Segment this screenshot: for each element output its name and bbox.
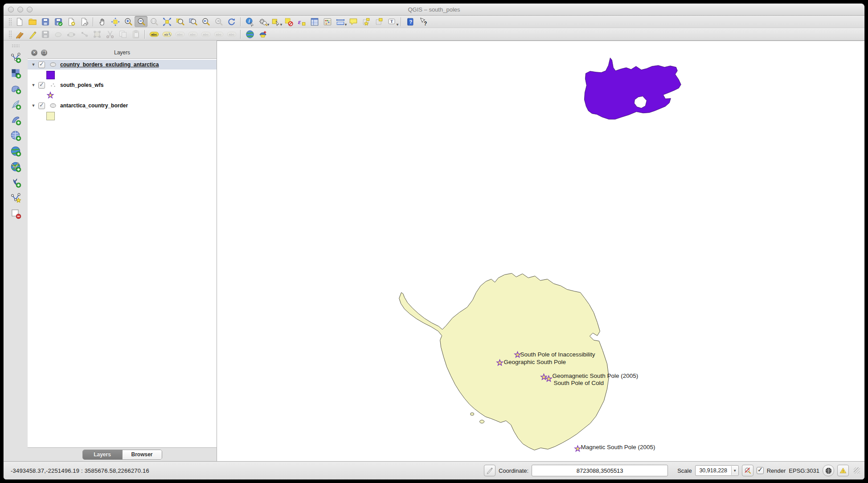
pin-labels-button[interactable]: abc	[199, 29, 212, 40]
new-shapefile-layer-button[interactable]	[8, 191, 23, 205]
add-spatialite-layer-button[interactable]	[8, 98, 23, 111]
coordinate-input[interactable]	[532, 465, 668, 476]
world-globe-plugin-button[interactable]	[243, 29, 256, 40]
zoom-to-layer-button[interactable]	[186, 16, 199, 27]
layer-visibility-checkbox[interactable]	[38, 102, 45, 109]
new-project-button[interactable]	[13, 16, 26, 27]
deselect-all-button[interactable]	[282, 16, 295, 27]
paste-features-button[interactable]	[129, 29, 142, 40]
rotate-label-button[interactable]: abc	[173, 29, 186, 40]
messages-button[interactable]: !	[837, 465, 849, 476]
pan-to-selection-button[interactable]	[109, 16, 122, 27]
new-print-composer-button[interactable]	[65, 16, 78, 27]
select-features-menu-button[interactable]: ▼	[256, 16, 269, 27]
add-vector-layer-button[interactable]	[8, 51, 23, 64]
dropdown-arrow-icon[interactable]: ▼	[396, 23, 399, 27]
expand-triangle-icon[interactable]: ▼	[30, 62, 37, 67]
add-delimited-text-layer-button[interactable]	[8, 176, 23, 189]
toggle-extents-button[interactable]	[484, 465, 495, 476]
text-annotation-button[interactable]: T▼	[385, 16, 398, 27]
zoom-out-button[interactable]	[135, 16, 147, 27]
layer-labeling-button[interactable]: abc	[147, 29, 160, 40]
move-feature-button[interactable]	[78, 29, 90, 40]
map-feature-label: South Pole of Inaccessibility	[520, 351, 595, 358]
scale-combo[interactable]: 30,918,228 ▼	[695, 465, 739, 476]
zoom-last-button[interactable]	[199, 16, 212, 27]
add-wcs-layer-button[interactable]	[8, 144, 23, 158]
node-tool-button[interactable]	[90, 29, 103, 40]
render-checkbox[interactable]	[757, 467, 764, 474]
highlight-labels-button[interactable]: abc	[212, 29, 225, 40]
layer-visibility-checkbox[interactable]	[38, 61, 45, 68]
expand-triangle-icon[interactable]: ▼	[30, 103, 37, 108]
zoom-to-selection-icon	[175, 17, 185, 27]
current-edits-button[interactable]	[13, 29, 26, 40]
layer-row[interactable]: ▼south_poles_wfs	[28, 80, 217, 90]
refresh-map-icon	[227, 17, 237, 27]
svg-text:1:1: 1:1	[151, 20, 156, 22]
add-wfs-layer-button[interactable]	[8, 160, 23, 173]
open-project-button[interactable]	[26, 16, 39, 27]
stop-render-button[interactable]	[742, 465, 753, 476]
whats-this-button[interactable]: ?	[417, 16, 430, 27]
new-bookmark-button[interactable]	[360, 16, 373, 27]
pan-map-button[interactable]	[96, 16, 109, 27]
layer-row[interactable]: ▼country_borders_excluding_antarctica	[28, 60, 217, 70]
zoom-next-button[interactable]	[212, 16, 225, 27]
tab-browser[interactable]: Browser	[122, 450, 162, 459]
zoom-button[interactable]	[27, 7, 33, 12]
layer-row[interactable]: ▼antarctica_country_border	[28, 101, 217, 111]
toolbar-grip[interactable]	[8, 18, 12, 26]
measure-line-button[interactable]: ▼	[334, 16, 347, 27]
remove-layer-button[interactable]	[8, 207, 23, 220]
zoom-in-button[interactable]	[122, 16, 135, 27]
toolbar-grip[interactable]	[8, 30, 12, 38]
label-properties-button[interactable]: abc	[225, 29, 238, 40]
show-bookmarks-button[interactable]	[373, 16, 385, 27]
minimize-button[interactable]	[17, 7, 23, 12]
layers-panel-title: Layers	[28, 49, 217, 56]
map-tips-button[interactable]	[347, 16, 360, 27]
layer-label: country_borders_excluding_antarctica	[60, 61, 159, 68]
field-calculator-button[interactable]	[321, 16, 334, 27]
add-wms-layer-button[interactable]	[8, 129, 23, 142]
save-project-as-button[interactable]	[52, 16, 65, 27]
add-raster-layer-button[interactable]	[8, 66, 23, 80]
map-canvas[interactable]: South Pole of InaccessibilityGeographic …	[217, 41, 864, 461]
svg-text:T: T	[390, 19, 393, 24]
map-feature-label: Magnetic South Pole (2005)	[581, 444, 655, 450]
resize-grip[interactable]	[854, 467, 860, 474]
toolbar-grip[interactable]	[12, 44, 20, 47]
identify-features-button[interactable]: i	[243, 16, 256, 27]
expand-triangle-icon[interactable]: ▼	[30, 83, 37, 87]
map-feature-label: Geographic South Pole	[504, 359, 566, 365]
select-by-expression-button[interactable]: ε	[295, 16, 308, 27]
whats-this-icon: ?	[418, 17, 428, 27]
composer-manager-button[interactable]	[78, 16, 90, 27]
crs-status-button[interactable]	[823, 465, 834, 476]
save-project-button[interactable]	[39, 16, 52, 27]
open-attribute-table-button[interactable]	[308, 16, 321, 27]
layer-visibility-checkbox[interactable]	[38, 82, 45, 89]
close-button[interactable]	[8, 7, 14, 12]
add-mssql-layer-button[interactable]	[8, 113, 23, 127]
stop-render-icon	[744, 467, 752, 475]
zoom-native-button[interactable]: 1:1	[147, 16, 160, 27]
select-rectangle-button[interactable]: ▼	[269, 16, 282, 27]
zoom-to-selection-button[interactable]	[173, 16, 186, 27]
add-postgis-layer-button[interactable]	[8, 82, 23, 95]
openlayers-plugin-button[interactable]	[256, 29, 269, 40]
refresh-map-button[interactable]	[225, 16, 238, 27]
change-label-button[interactable]: abc	[186, 29, 199, 40]
save-layer-edits-button[interactable]	[39, 29, 52, 40]
help-contents-button[interactable]: ?	[404, 16, 417, 27]
move-label-button[interactable]: ab	[160, 29, 173, 40]
add-part-button[interactable]	[65, 29, 78, 40]
scale-dropdown-icon[interactable]: ▼	[731, 466, 738, 475]
zoom-full-button[interactable]	[160, 16, 173, 27]
cut-features-button[interactable]	[103, 29, 116, 40]
add-feature-button[interactable]	[52, 29, 65, 40]
copy-features-button[interactable]	[116, 29, 129, 40]
tab-layers[interactable]: Layers	[83, 450, 122, 459]
toggle-editing-button[interactable]	[26, 29, 39, 40]
